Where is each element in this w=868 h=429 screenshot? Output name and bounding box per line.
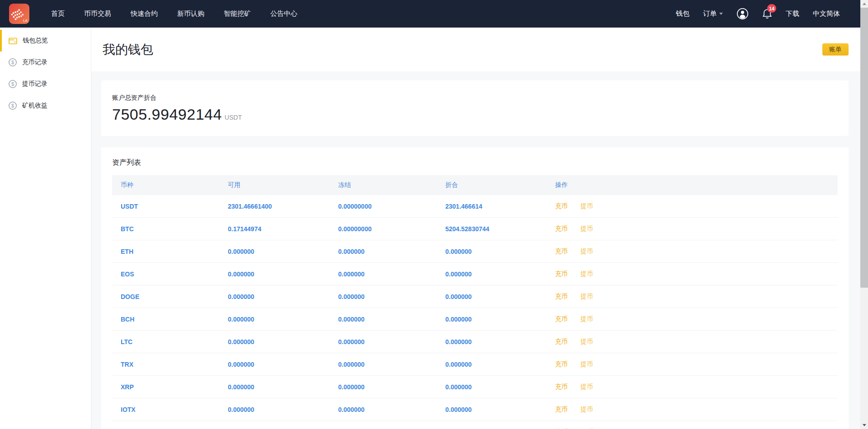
coin-icon: $ — [8, 79, 17, 89]
asset-coin[interactable]: LTC — [112, 338, 219, 345]
body-row: 钱包总览 $ 充币记录 $ 提币记录 $ 矿机收益 我的钱包 账单 — [0, 28, 860, 429]
withdraw-link[interactable]: 提币 — [580, 383, 593, 390]
sidebar-item-充币记录[interactable]: $ 充币记录 — [0, 51, 91, 73]
asset-available: 0.000000 — [219, 338, 330, 345]
asset-available: 0.000000 — [219, 270, 330, 278]
asset-coin[interactable]: DOGE — [112, 293, 219, 300]
asset-frozen: 0.000000 — [330, 338, 437, 345]
content-header: 我的钱包 账单 — [91, 28, 860, 71]
nav-language-selector[interactable]: 中文简体 — [813, 9, 840, 18]
user-account-button[interactable] — [736, 8, 749, 20]
triangle-up-icon — [863, 3, 866, 5]
column-header-available: 可用 — [219, 181, 330, 189]
nav-download-link[interactable]: 下载 — [786, 9, 799, 18]
withdraw-link[interactable]: 提币 — [580, 338, 593, 345]
asset-converted: 0.000000 — [437, 338, 547, 345]
asset-coin[interactable]: EOS — [112, 270, 219, 278]
asset-coin[interactable]: BCH — [112, 316, 219, 323]
scrollbar-down-arrow[interactable] — [860, 421, 868, 429]
asset-frozen: 0.000000 — [330, 316, 437, 323]
column-header-frozen: 冻结 — [330, 181, 437, 189]
asset-converted: 0.000000 — [437, 406, 547, 413]
brand-logo-icon: LA — [9, 4, 29, 24]
vertical-scrollbar[interactable] — [860, 0, 868, 429]
top-navbar: LA 首页 币币交易 快速合约 新币认购 智能挖矿 公告中心 钱包 订单 — [0, 0, 860, 28]
deposit-link[interactable]: 充币 — [555, 225, 568, 232]
asset-table-row: USDT 2301.46661400 0.00000000 2301.46661… — [112, 195, 838, 218]
nav-right: 钱包 订单 14 下载 中文简体 — [676, 8, 840, 20]
asset-frozen: 0.00000000 — [330, 225, 437, 233]
asset-frozen: 0.00000000 — [330, 203, 437, 210]
sidebar-item-label: 矿机收益 — [22, 102, 47, 110]
asset-converted: 0.000000 — [437, 316, 547, 323]
withdraw-link[interactable]: 提币 — [580, 406, 593, 413]
deposit-link[interactable]: 充币 — [555, 360, 568, 368]
asset-frozen: 0.000000 — [330, 270, 437, 278]
total-assets-value: 7505.99492144 — [112, 106, 222, 123]
asset-coin[interactable]: ETH — [112, 248, 219, 255]
asset-available: 0.000000 — [219, 406, 330, 413]
asset-converted: 0.000000 — [437, 383, 547, 391]
nav-menu-item[interactable]: 新币认购 — [177, 9, 204, 18]
asset-coin[interactable]: IOTX — [112, 406, 219, 413]
bill-button[interactable]: 账单 — [822, 43, 849, 56]
asset-frozen: 0.000000 — [330, 361, 437, 368]
nav-menu-item[interactable]: 币币交易 — [84, 9, 111, 18]
total-assets-unit: USDT — [225, 114, 242, 121]
deposit-link[interactable]: 充币 — [555, 338, 568, 345]
page-title: 我的钱包 — [103, 41, 153, 58]
scrollbar-up-arrow[interactable] — [860, 0, 868, 8]
nav-menu-item[interactable]: 首页 — [51, 9, 65, 18]
page-root: LA 首页 币币交易 快速合约 新币认购 智能挖矿 公告中心 钱包 订单 — [0, 0, 860, 429]
nav-menu-item[interactable]: 公告中心 — [270, 9, 297, 18]
asset-converted: 0.000000 — [437, 270, 547, 278]
asset-coin[interactable]: USDT — [112, 203, 219, 210]
deposit-link[interactable]: 充币 — [555, 383, 568, 390]
asset-available: 0.000000 — [219, 361, 330, 368]
notification-count-badge: 14 — [767, 4, 776, 13]
withdraw-link[interactable]: 提币 — [580, 315, 593, 322]
withdraw-link[interactable]: 提币 — [580, 247, 593, 255]
triangle-down-icon — [863, 424, 866, 426]
asset-available: 0.000000 — [219, 383, 330, 391]
notifications-button[interactable]: 14 — [762, 8, 772, 19]
nav-wallet-link[interactable]: 钱包 — [676, 9, 689, 18]
nav-menu-item[interactable]: 快速合约 — [131, 9, 158, 18]
scrollbar-thumb[interactable] — [860, 8, 868, 288]
deposit-link[interactable]: 充币 — [555, 293, 568, 300]
nav-orders-dropdown[interactable]: 订单 — [703, 9, 723, 18]
asset-converted: 2301.466614 — [437, 203, 547, 210]
coin-icon: $ — [8, 58, 17, 67]
withdraw-link[interactable]: 提币 — [580, 225, 593, 232]
deposit-link[interactable]: 充币 — [555, 270, 568, 277]
sidebar-item-提币记录[interactable]: $ 提币记录 — [0, 73, 91, 95]
asset-list-title: 资产列表 — [112, 158, 838, 168]
deposit-link[interactable]: 充币 — [555, 202, 568, 210]
nav-menu-item[interactable]: 智能挖矿 — [224, 9, 251, 18]
asset-available: 0.000000 — [219, 248, 330, 255]
asset-coin[interactable]: BTC — [112, 225, 219, 233]
sidebar-item-钱包总览[interactable]: 钱包总览 — [0, 30, 91, 51]
withdraw-link[interactable]: 提币 — [580, 270, 593, 277]
coin-icon: $ — [8, 101, 17, 110]
asset-frozen: 0.000000 — [330, 406, 437, 413]
asset-coin[interactable]: TRX — [112, 361, 219, 368]
withdraw-link[interactable]: 提币 — [580, 202, 593, 210]
asset-frozen: 0.000000 — [330, 248, 437, 255]
deposit-link[interactable]: 充币 — [555, 247, 568, 255]
asset-converted: 0.000000 — [437, 361, 547, 368]
column-header-converted: 折合 — [437, 181, 547, 189]
asset-frozen: 0.000000 — [330, 293, 437, 300]
asset-available: 0.17144974 — [219, 225, 330, 233]
asset-coin[interactable]: XRP — [112, 383, 219, 391]
content-body: 账户总资产折合 7505.99492144 USDT 资产列表 币种 可用 冻结… — [91, 71, 860, 429]
deposit-link[interactable]: 充币 — [555, 406, 568, 413]
brand-logo[interactable]: LA — [9, 4, 29, 24]
withdraw-link[interactable]: 提币 — [580, 360, 593, 368]
asset-converted: 0.000000 — [437, 293, 547, 300]
withdraw-link[interactable]: 提币 — [580, 293, 593, 300]
asset-table-row: LTC 0.000000 0.000000 0.000000 充币 提币 — [112, 331, 838, 353]
sidebar-item-矿机收益[interactable]: $ 矿机收益 — [0, 95, 91, 117]
asset-converted: 5204.52830744 — [437, 225, 547, 233]
deposit-link[interactable]: 充币 — [555, 315, 568, 322]
